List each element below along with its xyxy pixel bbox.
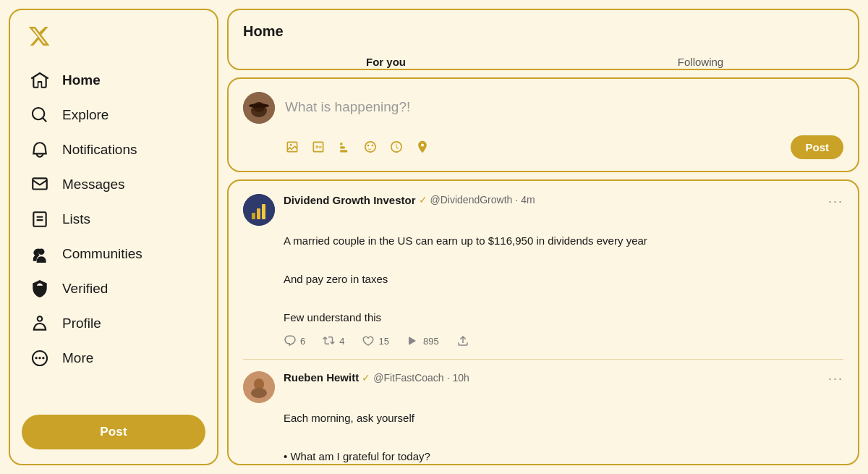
verified-icon — [30, 279, 49, 298]
tweet-meta: Rueben Hewitt ✓ @FitFastCoach · 10h — [284, 371, 820, 384]
sidebar-item-notifications[interactable]: Notifications — [22, 133, 205, 166]
svg-point-3 — [249, 103, 269, 108]
tweet-handle: @DividendGrowth — [430, 194, 513, 206]
sidebar-item-profile[interactable]: Profile — [22, 307, 205, 340]
sidebar-item-messages[interactable]: Messages — [22, 168, 205, 201]
tweet-row: Rueben Hewitt ✓ @FitFastCoach · 10h ··· … — [243, 371, 843, 465]
tweet-more-button[interactable]: ··· — [828, 371, 843, 386]
notifications-icon — [30, 140, 49, 159]
sidebar-nav: Home Explore Notifications Messages — [22, 64, 205, 403]
tabs: For you Following — [229, 47, 858, 70]
tweet-row: Dividend Growth Investor ✓ @DividendGrow… — [243, 194, 843, 360]
tweet-meta: Dividend Growth Investor ✓ @DividendGrow… — [284, 194, 820, 206]
tweet-header: Dividend Growth Investor ✓ @DividendGrow… — [243, 194, 843, 226]
compose-icons — [285, 140, 430, 154]
schedule-icon[interactable] — [389, 140, 404, 154]
tweet-content: Each morning, ask yourself • What am I g… — [284, 410, 843, 465]
home-icon — [30, 71, 49, 90]
poll-icon[interactable] — [337, 140, 352, 154]
gif-icon[interactable] — [311, 140, 326, 154]
logo[interactable] — [22, 25, 205, 51]
sidebar-item-explore-label: Explore — [62, 107, 109, 123]
tweet-name-row: Rueben Hewitt ✓ @FitFastCoach · 10h — [284, 371, 820, 384]
compose-actions: Post — [243, 135, 843, 159]
sidebar-item-home[interactable]: Home — [22, 64, 205, 97]
profile-icon — [30, 314, 49, 333]
views-action[interactable]: 895 — [407, 334, 439, 347]
tab-following[interactable]: Following — [543, 47, 858, 70]
avatar — [243, 194, 275, 226]
tweet-time: 10h — [453, 372, 469, 384]
compose-top: What is happening?! — [243, 92, 843, 124]
compose-placeholder[interactable]: What is happening?! — [285, 92, 843, 115]
emoji-icon[interactable] — [363, 140, 378, 154]
share-action[interactable] — [456, 334, 469, 347]
more-icon — [30, 349, 49, 368]
tweet-header: Rueben Hewitt ✓ @FitFastCoach · 10h ··· — [243, 371, 843, 403]
sidebar-item-profile-label: Profile — [62, 316, 101, 331]
sidebar-item-more[interactable]: More — [22, 342, 205, 375]
reply-action[interactable]: 6 — [284, 334, 305, 347]
tweets-card: Dividend Growth Investor ✓ @DividendGrow… — [227, 179, 859, 465]
verified-badge: ✓ — [362, 372, 370, 384]
sidebar-item-more-label: More — [62, 350, 93, 366]
avatar — [243, 92, 275, 124]
svg-rect-7 — [262, 204, 265, 219]
lists-icon — [30, 210, 49, 229]
page-title: Home — [229, 10, 858, 47]
communities-icon — [30, 245, 49, 263]
tweet-author-name: Dividend Growth Investor — [284, 194, 416, 206]
tweet-author-name: Rueben Hewitt — [284, 371, 359, 384]
svg-rect-6 — [257, 208, 260, 219]
tweet-handle: @FitFastCoach — [373, 372, 443, 384]
verified-badge: ✓ — [419, 194, 427, 206]
sidebar-item-verified[interactable]: Verified — [22, 272, 205, 305]
sidebar-item-verified-label: Verified — [62, 281, 108, 297]
sidebar-item-communities[interactable]: Communities — [22, 237, 205, 271]
explore-icon — [30, 106, 49, 124]
sidebar-item-explore[interactable]: Explore — [22, 98, 205, 132]
tweet-time: 4m — [521, 194, 535, 206]
avatar — [243, 371, 275, 403]
svg-rect-5 — [252, 213, 255, 219]
messages-icon — [30, 175, 49, 194]
tweet-content: A married couple in the US can earn up t… — [284, 233, 843, 326]
sidebar-item-messages-label: Messages — [62, 177, 125, 192]
retweet-action[interactable]: 4 — [323, 334, 344, 347]
tweet-more-button[interactable]: ··· — [828, 194, 843, 209]
location-icon[interactable] — [415, 140, 430, 154]
compose-post-button[interactable]: Post — [791, 135, 843, 159]
sidebar-item-notifications-label: Notifications — [62, 142, 137, 158]
header-card: Home For you Following — [227, 9, 859, 70]
sidebar-item-lists[interactable]: Lists — [22, 203, 205, 236]
image-icon[interactable] — [285, 140, 299, 154]
sidebar-item-home-label: Home — [62, 72, 101, 88]
sidebar-item-lists-label: Lists — [62, 211, 90, 227]
tab-for-you[interactable]: For you — [229, 47, 543, 70]
svg-point-10 — [251, 388, 267, 398]
like-action[interactable]: 15 — [362, 334, 388, 347]
main-content: Home For you Following What is happening — [218, 0, 868, 474]
tweet-actions: 6 4 15 895 — [284, 334, 843, 347]
tweet-name-row: Dividend Growth Investor ✓ @DividendGrow… — [284, 194, 820, 206]
compose-card: What is happening?! — [227, 77, 859, 172]
sidebar: Home Explore Notifications Messages — [9, 9, 218, 465]
sidebar-item-communities-label: Communities — [62, 246, 142, 262]
post-button[interactable]: Post — [22, 415, 205, 449]
